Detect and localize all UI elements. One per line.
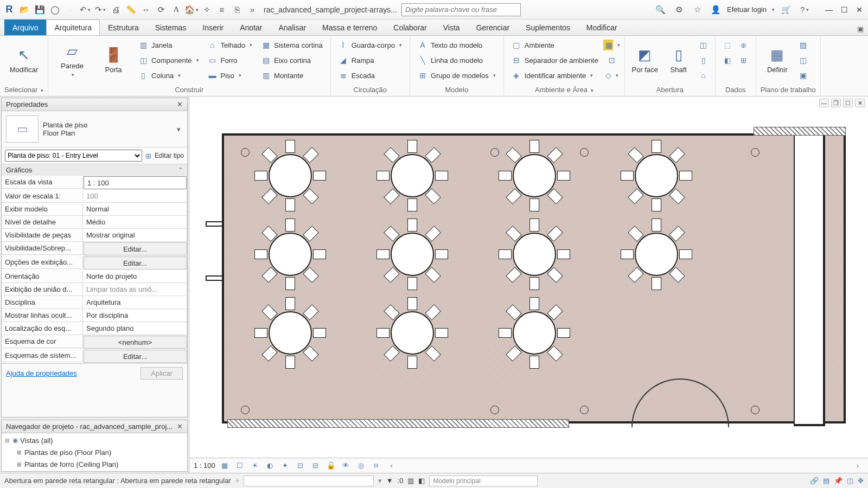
thinlines-icon[interactable]: ≡ [215,3,229,17]
status-selection-icon[interactable]: ▾ [378,477,382,485]
railing-button[interactable]: ⌇Guarda-corpo▾ [335,38,405,52]
area-tag-button[interactable]: ◇▾ [604,68,620,82]
curtain-system-button[interactable]: ▦Sistema cortina [258,38,326,52]
prop-value[interactable]: 1 : 100 [84,176,187,189]
tree-plus-icon[interactable]: ⊞ [16,461,22,467]
select-face-icon[interactable]: ◫ [847,477,853,485]
properties-close-icon[interactable]: ✕ [177,100,183,108]
tab-colaborar[interactable]: Colaborar [385,20,435,35]
search-go-icon[interactable]: 🔍 [653,3,667,17]
ceiling-button[interactable]: ▭Forro [205,53,256,67]
tree-floorplans[interactable]: ⊞Plantas de piso (Floor Plan) [4,446,185,458]
edit-type-button[interactable]: Editar tipo [155,152,184,159]
view-close-icon[interactable]: ✕ [855,99,865,107]
room-separator-button[interactable]: ⊟Separador de ambiente [508,53,602,67]
scroll-left-icon[interactable]: ‹ [386,460,398,471]
crop-view-icon[interactable]: ⊡ [295,460,307,471]
reveal-hidden-icon[interactable]: ◎ [355,460,367,471]
set-workplane-button[interactable]: ▦Definir [761,38,794,82]
exchange-icon[interactable]: 🛒 [779,3,793,17]
datum-3-button[interactable]: ◧ [720,53,735,67]
select-links-icon[interactable]: 🔗 [810,477,819,485]
status-design-opt-icon[interactable]: ◧ [418,477,425,485]
datum-4-button[interactable]: ⊞ [736,53,751,67]
prop-value[interactable]: Normal [83,203,187,216]
level-button[interactable]: ⬚ [720,38,735,52]
tab-suplementos[interactable]: Suplementos [518,20,578,35]
sun-path-icon[interactable]: ☀ [249,460,261,471]
select-underlay-icon[interactable]: ▤ [823,477,829,485]
component-button[interactable]: ◫Componente▾ [135,53,202,67]
wall-button[interactable]: ▱Parede▾ [53,38,92,82]
redo-icon[interactable]: ↷▾ [93,3,107,17]
select-pinned-icon[interactable]: 📌 [834,477,843,485]
measure-icon[interactable]: 📏 [124,3,138,17]
tab-file[interactable]: Arquivo [4,20,46,35]
prop-value[interactable]: Arquitetura [83,296,187,309]
room-button[interactable]: ▢Ambiente [508,38,602,52]
room-group-dropdown-icon[interactable]: ▾ [591,88,593,93]
properties-help-link[interactable]: Ajuda de propriedades [6,369,77,377]
column-button[interactable]: ▯Coluna▾ [135,68,202,82]
ramp-button[interactable]: ◢Rampa [335,53,405,67]
help-icon[interactable]: ?▾ [797,3,812,17]
tab-vista[interactable]: Vista [435,20,468,35]
prop-value[interactable]: Norte do projeto [83,270,187,283]
3dview-icon[interactable]: 🏠▾ [184,3,199,17]
drag-elements-icon[interactable]: ✥ [858,477,864,485]
unlock-3d-icon[interactable]: 🔓 [325,460,337,471]
workset-select[interactable] [429,476,538,486]
roof-button[interactable]: ⌂Telhado▾ [205,38,256,52]
status-type-selector[interactable] [244,476,374,486]
text-icon[interactable]: A [169,3,183,17]
undo-icon[interactable]: ↶▾ [78,3,92,17]
show-plane-button[interactable]: ▨ [796,38,810,52]
view-maximize-icon[interactable]: ☐ [843,99,853,107]
dimension-icon[interactable]: ↔ [139,3,153,17]
prop-value[interactable]: <nenhum> [84,336,187,349]
door-button[interactable]: 🚪Porta [94,38,133,82]
area-button[interactable]: ▦▾ [604,38,620,52]
prop-value[interactable]: Limpar todas as uniõ... [83,283,187,296]
type-selector[interactable]: ▭ Planta de piso Floor Plan ▾ [2,111,187,147]
favorite-icon[interactable]: ☆ [690,3,704,17]
tab-arquitetura[interactable]: Arquitetura [46,20,99,35]
model-group-button[interactable]: ⊞Grupo de modelos▾ [414,68,499,82]
by-face-button[interactable]: ◩Por face [629,38,661,82]
keynote-icon[interactable]: ⚙ [672,3,686,17]
detail-level-icon[interactable]: ▦ [219,460,231,471]
minimize-icon[interactable]: — [822,3,835,16]
grid-button[interactable]: ⊕ [736,38,751,52]
mullion-button[interactable]: ▥Montante [258,68,326,82]
curtain-grid-button[interactable]: ▤Eixo cortina [258,53,326,67]
tree-minus-icon[interactable]: ⊟ [4,438,10,444]
type-dropdown-icon[interactable]: ▾ [175,123,183,136]
tree-ceilingplans[interactable]: ⊞Plantas de forro (Ceiling Plan) [4,458,185,470]
temp-hide-icon[interactable]: 👁 [340,460,352,471]
category-header-graphics[interactable]: Gráficos ⌃ [2,164,187,176]
tag-icon[interactable]: ⟳ [154,3,168,17]
shaft-button[interactable]: ▯Shaft [663,38,694,82]
shadows-icon[interactable]: ◐ [264,460,276,471]
view-minimize-icon[interactable]: — [819,99,829,107]
app-logo-icon[interactable]: R [2,3,16,17]
category-collapse-icon[interactable]: ⌃ [178,166,183,174]
stair-button[interactable]: ≣Escada [335,68,405,82]
room-tag-button[interactable]: ◈Identificar ambiente▾ [508,68,602,82]
tab-inserir[interactable]: Inserir [194,20,232,35]
visual-style-icon[interactable]: ☐ [234,460,246,471]
prop-value[interactable]: Mostrar original [83,229,187,242]
model-line-button[interactable]: ╲Linha do modelo [414,53,499,67]
section-icon[interactable]: ✧ [200,3,214,17]
tab-estrutura[interactable]: Estrutura [100,20,147,35]
view-scale-label[interactable]: 1 : 100 [194,461,215,470]
drawing-canvas[interactable] [189,97,868,458]
login-link[interactable]: Efetuar login [727,5,767,14]
prop-value[interactable]: Editar... [84,242,187,255]
login-dropdown-icon[interactable]: ▾ [772,7,775,12]
prop-value[interactable]: Editar... [84,256,187,269]
status-editable-icon[interactable]: ▥ [407,477,414,485]
project-browser-close-icon[interactable]: ✕ [177,422,183,431]
crop-visible-icon[interactable]: ⊟ [310,460,322,471]
ref-plane-button[interactable]: ◫ [796,53,810,67]
